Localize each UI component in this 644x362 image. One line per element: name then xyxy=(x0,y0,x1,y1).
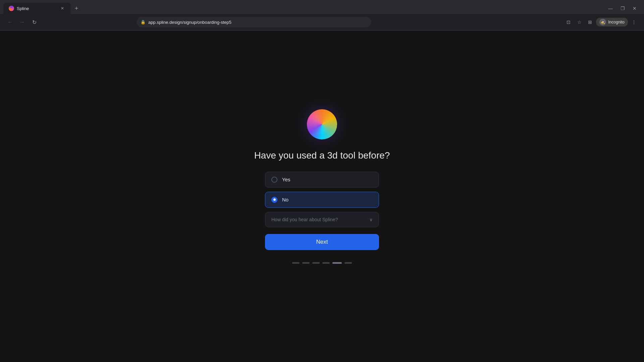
tab-close-button[interactable]: ✕ xyxy=(60,6,65,11)
option-yes[interactable]: Yes xyxy=(265,172,379,188)
close-window-button[interactable]: ✕ xyxy=(631,5,638,12)
address-bar-row: ← → ↻ 🔒 app.spline.design/signup/onboard… xyxy=(0,14,644,30)
option-no-label: No xyxy=(282,197,288,202)
bookmark-button[interactable]: ☆ xyxy=(575,17,584,27)
dropdown-placeholder: How did you hear about Spline? xyxy=(271,217,338,222)
window-controls: — ❐ ✕ xyxy=(607,5,641,12)
progress-dot-3 xyxy=(312,262,320,264)
tab-favicon xyxy=(9,6,14,11)
screen-share-button[interactable]: ⊡ xyxy=(564,17,573,27)
forward-button[interactable]: → xyxy=(17,17,27,27)
progress-dots xyxy=(292,262,352,264)
progress-dot-4 xyxy=(322,262,330,264)
new-tab-button[interactable]: + xyxy=(72,4,81,13)
chevron-down-icon: ∨ xyxy=(369,217,373,222)
browser-chrome: Spline ✕ + — ❐ ✕ ← → ↻ 🔒 app.spline.desi… xyxy=(0,0,644,31)
extensions-button[interactable]: ⊞ xyxy=(585,17,595,27)
address-bar[interactable]: 🔒 app.spline.design/signup/onboarding-st… xyxy=(137,17,371,27)
toolbar-right: ⊡ ☆ ⊞ 🕵 Incognito ⋮ xyxy=(564,17,639,27)
incognito-label: Incognito xyxy=(608,20,625,24)
incognito-icon: 🕵 xyxy=(599,19,606,25)
url-display: app.spline.design/signup/onboarding-step… xyxy=(148,20,367,25)
page-content: Have you used a 3d tool before? Yes No H… xyxy=(0,31,644,362)
menu-button[interactable]: ⋮ xyxy=(629,17,639,27)
refresh-button[interactable]: ↻ xyxy=(30,17,39,27)
option-yes-label: Yes xyxy=(282,177,290,182)
tab-title: Spline xyxy=(17,6,57,11)
progress-dot-6 xyxy=(344,262,352,264)
maximize-button[interactable]: ❐ xyxy=(619,5,626,12)
back-button[interactable]: ← xyxy=(5,17,15,27)
options-container: Yes No How did you hear about Spline? ∨ … xyxy=(265,172,379,250)
active-tab[interactable]: Spline ✕ xyxy=(3,3,70,14)
minimize-button[interactable]: — xyxy=(607,5,614,12)
question-title: Have you used a 3d tool before? xyxy=(254,150,390,161)
progress-dot-1 xyxy=(292,262,300,264)
tab-bar: Spline ✕ + — ❐ ✕ xyxy=(0,0,644,14)
radio-yes xyxy=(271,177,277,183)
spline-logo-sphere xyxy=(307,109,337,139)
next-button[interactable]: Next xyxy=(265,234,379,250)
lock-icon: 🔒 xyxy=(141,20,146,24)
incognito-badge[interactable]: 🕵 Incognito xyxy=(596,18,628,26)
how-did-you-hear-dropdown[interactable]: How did you hear about Spline? ∨ xyxy=(265,212,379,227)
progress-dot-5 xyxy=(332,262,342,264)
radio-no xyxy=(271,197,277,203)
progress-dot-2 xyxy=(302,262,310,264)
option-no[interactable]: No xyxy=(265,192,379,208)
